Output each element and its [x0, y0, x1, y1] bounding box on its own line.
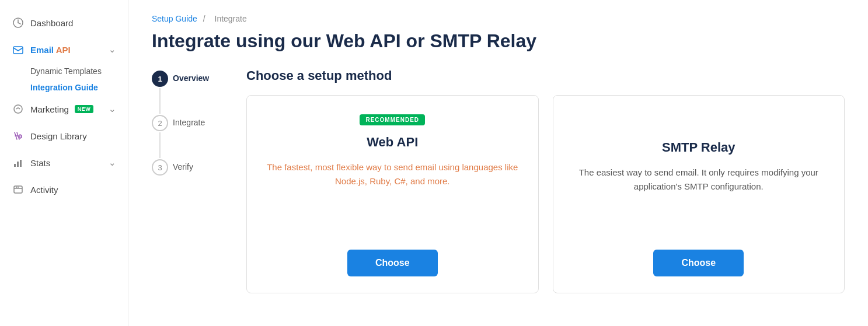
sidebar-item-stats-label: Stats — [30, 158, 50, 168]
step-label-2: Integrate — [173, 115, 205, 127]
breadcrumb: Setup Guide / Integrate — [152, 14, 845, 23]
breadcrumb-current: Integrate — [215, 14, 247, 23]
stats-chevron-icon: ⌄ — [109, 157, 116, 168]
svg-rect-3 — [14, 164, 16, 167]
svg-point-7 — [16, 187, 17, 188]
marketing-icon — [12, 103, 25, 115]
step-line-2 — [159, 132, 161, 158]
step-col-1: 1 — [152, 71, 168, 115]
web-api-card-desc: The fastest, most flexible way to send e… — [263, 160, 522, 205]
smtp-relay-card-desc: The easiest way to send email. It only r… — [570, 166, 828, 210]
stats-icon — [12, 156, 25, 169]
step-circle-2: 2 — [152, 115, 168, 131]
web-api-choose-button[interactable]: Choose — [347, 250, 438, 276]
cards-area: Choose a setup method RECOMMENDED Web AP… — [246, 68, 845, 293]
steps-panel: 1 Overview 2 Integrate 3 Verify — [152, 68, 228, 293]
web-api-card-title: Web API — [367, 135, 418, 150]
breadcrumb-separator: / — [203, 14, 205, 23]
recommended-badge: RECOMMENDED — [360, 114, 425, 125]
activity-icon — [12, 183, 25, 196]
step-row-2: 2 Integrate — [152, 115, 228, 159]
smtp-relay-choose-button[interactable]: Choose — [653, 250, 744, 276]
sidebar-item-email-api[interactable]: Email API ⌄ — [0, 36, 128, 63]
step-col-2: 2 — [152, 115, 168, 159]
sidebar-subitem-integration-guide-label: Integration Guide — [30, 83, 98, 92]
marketing-badge: NEW — [75, 105, 94, 113]
step-circle-1: 1 — [152, 71, 168, 87]
content-area: 1 Overview 2 Integrate 3 Verify — [152, 68, 845, 293]
cards-row: RECOMMENDED Web API The fastest, most fl… — [246, 95, 845, 293]
sidebar-subitem-integration-guide[interactable]: Integration Guide — [0, 79, 128, 96]
svg-rect-4 — [17, 162, 19, 167]
sidebar-item-design-library[interactable]: Design Library — [0, 122, 128, 149]
sidebar-item-email-api-label: Email API — [30, 45, 71, 55]
sidebar: Dashboard Email API ⌄ Dynamic Templates … — [0, 0, 128, 326]
smtp-relay-card-title: SMTP Relay — [662, 140, 735, 155]
svg-point-2 — [14, 105, 22, 113]
sidebar-subitem-dynamic-templates[interactable]: Dynamic Templates — [0, 63, 128, 79]
sidebar-item-design-library-label: Design Library — [30, 131, 87, 141]
sidebar-item-marketing[interactable]: Marketing NEW ⌄ — [0, 96, 128, 122]
step-col-3: 3 — [152, 159, 168, 176]
svg-rect-1 — [13, 47, 23, 54]
choose-section-title: Choose a setup method — [246, 68, 845, 83]
sidebar-item-stats[interactable]: Stats ⌄ — [0, 149, 128, 176]
sidebar-item-dashboard[interactable]: Dashboard — [0, 9, 128, 36]
sidebar-item-marketing-label: Marketing — [30, 104, 69, 114]
email-api-submenu: Dynamic Templates Integration Guide — [0, 63, 128, 96]
sidebar-subitem-dynamic-templates-label: Dynamic Templates — [30, 66, 102, 76]
svg-rect-5 — [20, 160, 22, 167]
email-api-icon — [12, 43, 25, 56]
step-row-3: 3 Verify — [152, 159, 228, 176]
breadcrumb-setup-guide[interactable]: Setup Guide — [152, 14, 197, 23]
dashboard-icon — [12, 16, 25, 29]
step-line-1 — [159, 88, 161, 114]
sidebar-item-activity[interactable]: Activity — [0, 176, 128, 203]
step-row-1: 1 Overview — [152, 71, 228, 115]
web-api-card: RECOMMENDED Web API The fastest, most fl… — [246, 95, 539, 293]
smtp-relay-card: SMTP Relay The easiest way to send email… — [553, 95, 845, 293]
svg-point-8 — [18, 187, 19, 188]
sidebar-item-activity-label: Activity — [30, 185, 58, 195]
design-library-icon — [12, 129, 25, 142]
step-label-1: Overview — [173, 71, 209, 83]
sidebar-item-dashboard-label: Dashboard — [30, 18, 73, 28]
page-title: Integrate using our Web API or SMTP Rela… — [152, 30, 845, 52]
step-circle-3: 3 — [152, 159, 168, 176]
step-label-3: Verify — [173, 159, 193, 171]
email-api-chevron-icon: ⌄ — [109, 44, 116, 55]
marketing-chevron-icon: ⌄ — [109, 104, 116, 114]
main-content: Setup Guide / Integrate Integrate using … — [128, 0, 868, 326]
